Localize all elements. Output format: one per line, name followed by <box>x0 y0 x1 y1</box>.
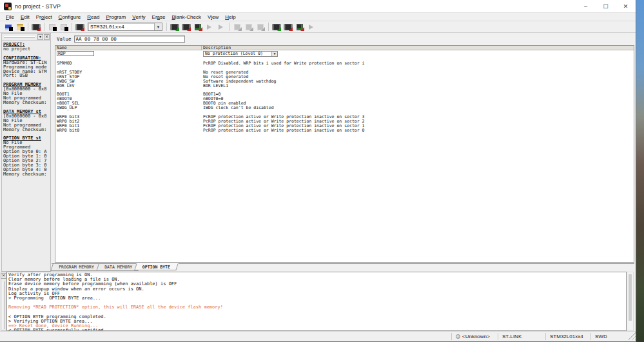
table-row[interactable]: nRST_STDBYNo reset generated <box>55 70 634 75</box>
option-name-cell[interactable]: WRP0 bit1 <box>55 124 202 128</box>
pin-panel-button[interactable]: ▾ <box>37 34 43 40</box>
open-file-button[interactable] <box>15 22 25 32</box>
table-row[interactable]: WRP0 bit1PcROP protection active or Writ… <box>55 124 634 128</box>
reset-device-icon <box>297 24 303 30</box>
menu-file[interactable]: File <box>3 13 17 21</box>
option-description-cell[interactable]: PcROP Disabled. WRP bits i used for Writ… <box>202 61 634 66</box>
select-device-button[interactable] <box>75 22 85 32</box>
menu-erase[interactable]: Erase <box>149 13 169 21</box>
option-name-cell[interactable]: SPRMOD <box>55 61 202 66</box>
menu-edit[interactable]: Edit <box>17 13 33 21</box>
device-combo[interactable]: STM32L01xx4▼ <box>88 23 162 31</box>
option-description-cell[interactable]: IWDG clock can't be disabled <box>202 106 634 110</box>
resize-grip[interactable] <box>628 332 636 340</box>
prev-area-button <box>204 22 215 32</box>
option-name-cell[interactable]: BOOT1 <box>55 92 202 97</box>
close-log-button[interactable]: ✕ <box>1 273 6 279</box>
toolbar: STM32L01xx4▼ <box>0 21 636 33</box>
table-row[interactable]: RDPNo protection (Level 0)▼ <box>55 51 634 57</box>
menu-read[interactable]: Read <box>84 13 102 21</box>
table-row[interactable]: WRP0 bit0PcROP protection active or Writ… <box>55 128 634 133</box>
chevron-down-icon[interactable]: ▼ <box>154 23 162 30</box>
log-scrollbar[interactable] <box>627 272 634 331</box>
verify-all-areas-button <box>255 22 266 32</box>
close-button[interactable]: ✕ <box>616 0 636 12</box>
option-description-cell[interactable]: PcROP protection active or Write protect… <box>202 119 634 124</box>
log-line: > Programming OPTION BYTE area... <box>8 296 626 301</box>
blank-check-button[interactable] <box>271 22 282 32</box>
table-row[interactable]: BOOT1BOOT1=0 <box>55 92 634 97</box>
table-row[interactable]: BOR_LEVBOR_LEVEL1 <box>55 84 634 88</box>
option-name-cell[interactable]: RDP <box>55 51 202 57</box>
option-description-cell[interactable]: Software independent watchdog <box>202 79 634 84</box>
option-description-cell[interactable]: nBOOT0=0 <box>202 97 634 101</box>
read-all-areas-icon <box>234 24 240 30</box>
menu-configure[interactable]: Configure <box>55 13 84 21</box>
menu-view[interactable]: View <box>204 13 222 21</box>
table-row[interactable]: nBOOT_SELBOOT0 pin enabled <box>55 101 634 106</box>
menu-program[interactable]: Program <box>102 13 129 21</box>
option-description-cell[interactable]: BOOT1=0 <box>202 92 634 97</box>
tab-program-memory[interactable]: PROGRAM MEMORY <box>50 264 102 271</box>
sidebar-info-line: Memory checksum: <box>3 101 50 105</box>
send-program-button[interactable] <box>31 22 41 32</box>
value-input[interactable] <box>74 35 185 43</box>
tab-option-byte[interactable]: OPTION BYTE <box>134 263 179 270</box>
title-bar[interactable]: no project - STVP – ☐ ✕ <box>0 0 636 13</box>
option-description-cell[interactable]: No protection (Level 0)▼ <box>202 51 634 57</box>
minimize-button[interactable]: – <box>576 0 596 12</box>
option-name-cell[interactable]: nRST_STOP <box>55 75 202 79</box>
option-name-cell[interactable]: BOR_LEV <box>55 84 202 88</box>
chevron-down-icon[interactable]: ▼ <box>271 52 277 56</box>
log-output[interactable]: Verify after programming is ON.Clear mem… <box>6 272 627 331</box>
log-panel-grip[interactable]: ✕ <box>1 272 6 331</box>
option-description-cell[interactable]: No reset generated <box>202 70 634 75</box>
option-description-cell[interactable]: PcROP protection active or Write protect… <box>202 128 634 133</box>
option-name-cell[interactable]: IWDG_ULP <box>55 106 202 110</box>
option-description-cell[interactable]: No reset generated <box>202 75 634 79</box>
option-name-cell[interactable]: nBOOT0 <box>55 97 202 101</box>
option-value-combo[interactable]: No protection (Level 0)▼ <box>203 51 278 57</box>
table-row[interactable]: WRP0 bit3PcROP protection active or Writ… <box>55 115 634 119</box>
reset-device-button[interactable] <box>295 22 305 32</box>
sidebar-section: PROGRAM MEMORY[0x8000000 - 0x8No FileNot… <box>3 83 50 105</box>
table-row[interactable]: nBOOT0nBOOT0=0 <box>55 97 634 101</box>
table-row[interactable]: nRST_STOPNo reset generated <box>55 75 634 79</box>
selected-option-cell[interactable]: RDP <box>57 51 94 56</box>
table-row[interactable]: WRP0 bit2PcROP protection active or Writ… <box>55 119 634 124</box>
option-name-cell[interactable]: IWDG_SW <box>55 79 202 84</box>
option-description-cell[interactable]: BOR_LEVEL1 <box>202 84 634 88</box>
option-name-cell[interactable]: WRP0 bit0 <box>55 128 202 133</box>
option-name-cell[interactable]: WRP0 bit3 <box>55 115 202 119</box>
program-current-area-button[interactable] <box>181 22 191 32</box>
panel-grip[interactable]: ▾ ✕ <box>2 34 50 41</box>
scrollbar-thumb[interactable] <box>629 274 632 321</box>
menu-blank-check[interactable]: Blank-Check <box>169 13 204 21</box>
menu-verify[interactable]: Verify <box>129 13 148 21</box>
grip-handle[interactable] <box>4 36 35 38</box>
paste-button <box>59 22 69 32</box>
log-line: Display a popup window when an error occ… <box>8 287 626 292</box>
program-all-areas-button <box>244 22 254 32</box>
option-name-cell[interactable]: nRST_STDBY <box>55 70 202 75</box>
save-button[interactable] <box>3 22 14 32</box>
option-description-cell[interactable]: BOOT0 pin enabled <box>202 101 634 106</box>
option-description-cell[interactable]: PcROP protection active or Write protect… <box>202 115 634 119</box>
column-header-description[interactable]: Description <box>202 46 634 50</box>
maximize-button[interactable]: ☐ <box>596 0 616 12</box>
grip-handle[interactable] <box>3 281 5 329</box>
read-current-area-button[interactable] <box>170 22 180 32</box>
option-byte-table: Name Description RDPNo protection (Level… <box>55 45 634 263</box>
option-description-cell[interactable]: PcROP protection active or Write protect… <box>202 124 634 128</box>
menu-project[interactable]: Project <box>33 13 55 21</box>
erase-device-button[interactable] <box>283 22 293 32</box>
table-row[interactable]: SPRMODPcROP Disabled. WRP bits i used fo… <box>55 61 634 66</box>
table-row[interactable]: IWDG_SWSoftware independent watchdog <box>55 79 634 84</box>
table-row[interactable]: IWDG_ULPIWDG clock can't be disabled <box>55 106 634 110</box>
option-name-cell[interactable]: nBOOT_SEL <box>55 101 202 106</box>
close-panel-button[interactable]: ✕ <box>44 34 50 40</box>
column-header-name[interactable]: Name <box>55 46 202 50</box>
verify-current-area-button[interactable] <box>193 22 203 32</box>
menu-help[interactable]: Help <box>222 13 239 21</box>
option-name-cell[interactable]: WRP0 bit2 <box>55 119 202 124</box>
